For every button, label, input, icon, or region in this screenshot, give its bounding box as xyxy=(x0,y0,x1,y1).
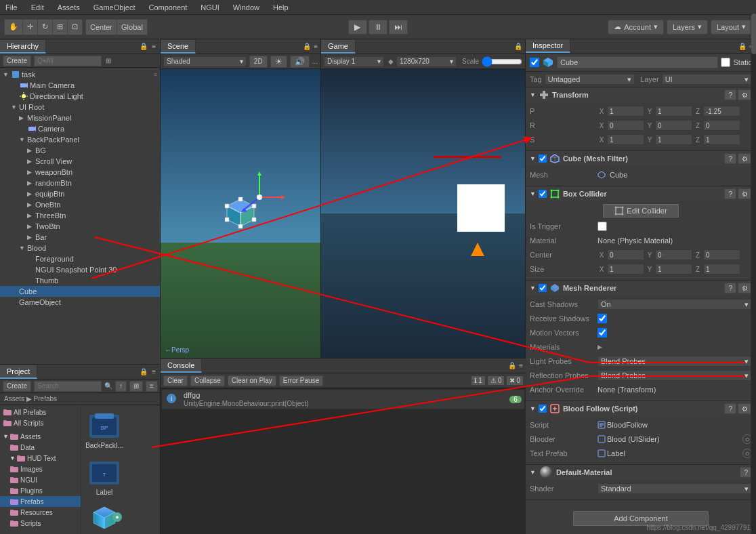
tree-item-gameobject[interactable]: GameObject xyxy=(0,297,160,308)
sy-input[interactable] xyxy=(655,134,692,145)
sx-input[interactable] xyxy=(607,134,644,145)
onebtn-arrow[interactable]: ▶ xyxy=(27,201,35,208)
menu-gameobject[interactable]: GameObject xyxy=(91,3,138,12)
blood-arrow[interactable]: ▼ xyxy=(19,245,27,251)
material-header[interactable]: ▼ Default-Material ? xyxy=(526,465,756,480)
sound-btn[interactable]: 🔊 xyxy=(290,56,310,68)
scene-menu-btn[interactable]: ≡ xyxy=(314,43,320,50)
proj-prefabs[interactable]: Prefabs xyxy=(0,496,81,507)
uiroot-arrow[interactable]: ▼ xyxy=(11,104,19,110)
hierarchy-tab[interactable]: Hierarchy xyxy=(0,40,46,54)
tree-item-thumb[interactable]: Thumb xyxy=(0,275,160,286)
missionpanel-arrow[interactable]: ▶ xyxy=(19,115,27,121)
proj-hudtext[interactable]: ▼ HUD Text xyxy=(0,453,81,464)
pause-button[interactable]: ⏸ xyxy=(369,20,387,35)
error-pause-btn[interactable]: Error Pause xyxy=(279,375,323,386)
menu-window[interactable]: Window xyxy=(230,3,262,12)
boxcollider-question[interactable]: ? xyxy=(724,188,736,199)
resolution-dropdown[interactable]: 1280x720 ▾ xyxy=(396,56,457,67)
transform-question[interactable]: ? xyxy=(724,89,736,100)
tag-dropdown[interactable]: Untagged ▾ xyxy=(545,74,635,85)
tree-item-backpackpanel[interactable]: ▼ BackPackPanel xyxy=(0,134,160,145)
sz-input[interactable] xyxy=(703,134,740,145)
boxcollider-header[interactable]: ▼ Box Collider ? ⚙ xyxy=(526,186,756,201)
rz-input[interactable] xyxy=(703,120,740,131)
display-dropdown[interactable]: Display 1 ▾ xyxy=(324,56,384,67)
sizey-input[interactable] xyxy=(655,264,692,274)
meshfilter-active[interactable] xyxy=(539,155,547,163)
account-dropdown[interactable]: ☁ Account ▾ xyxy=(608,20,664,35)
tree-item-onebtn[interactable]: ▶ OneBtn xyxy=(0,199,160,210)
scene-tab[interactable]: Scene xyxy=(161,40,196,54)
meshrenderer-settings[interactable]: ⚙ xyxy=(738,283,752,293)
tree-item-task[interactable]: ▼ task ≡ xyxy=(0,69,160,80)
project-create-btn[interactable]: Create xyxy=(3,381,31,392)
randombtn-arrow[interactable]: ▶ xyxy=(27,180,35,186)
meshrenderer-header[interactable]: ▼ Mesh Renderer ? ⚙ xyxy=(526,281,756,295)
layers-dropdown[interactable]: Layers ▾ xyxy=(667,20,708,35)
cy-input[interactable] xyxy=(655,249,692,260)
scale-slider[interactable] xyxy=(482,57,522,66)
tree-item-scrollview[interactable]: ▶ Scroll View xyxy=(0,156,160,167)
collapse-btn[interactable]: Collapse xyxy=(190,375,225,386)
proj-resources[interactable]: Resources xyxy=(0,507,81,518)
backpackpanel-arrow[interactable]: ▼ xyxy=(19,136,27,143)
sun-btn[interactable]: ☀ xyxy=(270,56,287,68)
tree-item-nguisnapshot[interactable]: NGUI Snapshot Point 30 xyxy=(0,264,160,275)
game-view[interactable] xyxy=(321,69,525,358)
hierarchy-filter[interactable]: ⊞ xyxy=(106,57,111,64)
materials-arrow[interactable]: ▶ xyxy=(597,344,602,350)
boxcollider-active[interactable] xyxy=(539,190,547,198)
hand-tool[interactable]: ✋ xyxy=(5,20,23,35)
play-button[interactable]: ▶ xyxy=(348,20,367,35)
shaded-dropdown[interactable]: Shaded ▾ xyxy=(163,56,247,67)
cast-shadows-dropdown[interactable]: On ▾ xyxy=(597,299,752,310)
project-btn2[interactable]: ⊞ xyxy=(129,381,143,392)
project-search[interactable] xyxy=(34,381,102,392)
proj-all-scripts[interactable]: All Scripts xyxy=(0,417,81,428)
cz-input[interactable] xyxy=(703,249,740,260)
layout-dropdown[interactable]: Layout ▾ xyxy=(711,20,752,35)
proj-plugins[interactable]: Plugins xyxy=(0,485,81,496)
bloodfollow-question[interactable]: ? xyxy=(724,403,736,414)
bloodfollow-header[interactable]: ▼ Blood Follow (Script) ? ⚙ xyxy=(526,401,756,416)
shader-dropdown[interactable]: Standard ▾ xyxy=(597,483,752,494)
hierarchy-create-btn[interactable]: Create xyxy=(3,56,31,66)
layer-dropdown[interactable]: UI ▾ xyxy=(662,74,752,85)
transform-header[interactable]: ▼ Transform ? ⚙ xyxy=(526,87,756,102)
threebtn-arrow[interactable]: ▶ xyxy=(27,212,35,219)
twobtn-arrow[interactable]: ▶ xyxy=(27,223,35,230)
bg-arrow[interactable]: ▶ xyxy=(27,147,35,154)
py-input[interactable] xyxy=(655,106,692,117)
tree-item-missionpanel[interactable]: ▶ MissionPanel xyxy=(0,112,160,123)
sizez-input[interactable] xyxy=(703,264,740,274)
tree-item-blood[interactable]: ▼ Blood xyxy=(0,243,160,253)
rx-input[interactable] xyxy=(607,120,644,131)
console-tab[interactable]: Console xyxy=(161,359,202,373)
equipbtn-arrow[interactable]: ▶ xyxy=(27,190,35,197)
file-backpacki[interactable]: BP BackPackI... xyxy=(84,408,125,449)
global-btn[interactable]: Global xyxy=(117,20,147,35)
pz-input[interactable] xyxy=(703,106,740,117)
tree-item-foreground[interactable]: Foreground xyxy=(0,253,160,264)
ry-input[interactable] xyxy=(655,120,692,131)
rotate-tool[interactable]: ↻ xyxy=(38,20,53,35)
px-input[interactable] xyxy=(607,106,644,117)
tree-item-weaponbtn[interactable]: ▶ weaponBtn xyxy=(0,167,160,178)
project-tab[interactable]: Project xyxy=(0,365,37,379)
tree-item-equipbtn[interactable]: ▶ equipBtn xyxy=(0,188,160,199)
static-checkbox[interactable] xyxy=(721,58,730,67)
sizex-input[interactable] xyxy=(607,264,644,274)
tree-item-bar[interactable]: ▶ Bar xyxy=(0,232,160,243)
meshfilter-settings[interactable]: ⚙ xyxy=(738,153,752,164)
file-cube[interactable]: ● xyxy=(84,501,125,534)
project-lock[interactable]: 🔒 xyxy=(140,368,152,375)
console-menu-btn[interactable]: ≡ xyxy=(519,362,526,369)
hierarchy-menu[interactable]: ≡ xyxy=(152,43,160,50)
bloodfollow-settings[interactable]: ⚙ xyxy=(738,403,752,414)
bar-arrow[interactable]: ▶ xyxy=(27,234,35,241)
project-btn3[interactable]: ≡ xyxy=(146,381,158,392)
clear-btn[interactable]: Clear xyxy=(163,375,188,386)
receive-shadows-checkbox[interactable] xyxy=(597,314,607,323)
project-menu[interactable]: ≡ xyxy=(152,368,160,375)
